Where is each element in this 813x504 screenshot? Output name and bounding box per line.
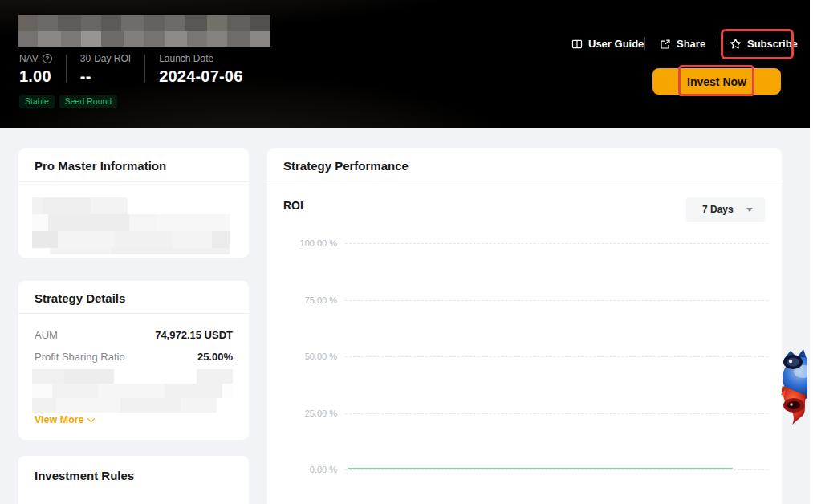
- stat-roi-value: --: [80, 67, 131, 86]
- gridline: [345, 413, 768, 414]
- redacted-block: [32, 369, 233, 384]
- investment-rules-card: Investment Rules: [18, 456, 249, 504]
- hero-badges: Stable Seed Round: [19, 95, 117, 108]
- redacted-block: [32, 398, 233, 413]
- aum-value: 74,972.15 USDT: [155, 329, 233, 341]
- ytick-label: 50.00 %: [283, 352, 345, 361]
- redacted-block: [18, 31, 270, 47]
- divider: [18, 313, 249, 314]
- ytick-label: 0.00 %: [283, 465, 345, 474]
- dropdown-arrow-icon: [746, 208, 753, 212]
- divider: [144, 55, 145, 83]
- divider: [267, 181, 782, 181]
- investment-rules-title: Investment Rules: [35, 469, 134, 482]
- view-more-label: View More: [35, 414, 84, 425]
- redacted-block: [32, 384, 233, 398]
- roi-chart-label: ROI: [283, 199, 303, 212]
- detail-row-profit-sharing: Profit Sharing Ratio 25.00%: [35, 351, 233, 363]
- gridline-row: 50.00 %: [283, 351, 768, 362]
- redacted-block: [32, 214, 230, 231]
- ytick-label: 100.00 %: [283, 238, 345, 248]
- stat-roi-label: 30-Day ROI: [80, 53, 131, 64]
- divider: [66, 55, 67, 83]
- gridline-row: 100.00 %: [283, 238, 768, 249]
- strategy-details-redacted-content: [32, 369, 233, 413]
- subscribe-button[interactable]: Subscribe: [730, 38, 798, 50]
- mascot-character[interactable]: [779, 348, 807, 429]
- profit-sharing-label: Profit Sharing Ratio: [35, 351, 125, 363]
- help-icon[interactable]: ?: [43, 54, 52, 63]
- redacted-block: [32, 231, 230, 248]
- profit-sharing-value: 25.00%: [197, 351, 233, 363]
- hero-stats: NAV ? 1.00 30-Day ROI -- Launch Date 202…: [19, 53, 242, 86]
- book-icon: [571, 39, 583, 50]
- stat-nav: NAV ? 1.00: [19, 53, 52, 86]
- stat-launch-label: Launch Date: [159, 53, 213, 64]
- stat-launch-date: Launch Date 2024-07-06: [159, 53, 242, 86]
- share-icon: [660, 39, 671, 50]
- badge-stable: Stable: [19, 95, 55, 108]
- gridline-row: 0.00 %: [283, 464, 768, 475]
- content-area: Pro Master Information Strategy Details …: [0, 128, 810, 504]
- pro-master-redacted-content: [32, 197, 230, 254]
- star-icon: [730, 38, 742, 50]
- detail-row-aum: AUM 74,972.15 USDT: [35, 329, 233, 341]
- time-range-dropdown[interactable]: 7 Days: [686, 197, 765, 222]
- gridline-row: 75.00 %: [283, 295, 768, 306]
- redacted-block: [32, 197, 186, 214]
- gridline: [345, 356, 768, 357]
- hero-header: NAV ? 1.00 30-Day ROI -- Launch Date 202…: [0, 0, 810, 128]
- gridline: [345, 243, 768, 244]
- ytick-label: 75.00 %: [283, 295, 345, 305]
- stat-nav-value: 1.00: [19, 67, 52, 86]
- share-button[interactable]: Share: [660, 38, 705, 50]
- strategy-performance-title: Strategy Performance: [283, 159, 409, 173]
- invest-now-button[interactable]: Invest Now: [652, 68, 781, 95]
- stat-launch-value: 2024-07-06: [159, 67, 242, 86]
- divider: [18, 181, 249, 182]
- divider: [644, 37, 645, 50]
- user-guide-button[interactable]: User Guide: [571, 38, 644, 50]
- view-more-link[interactable]: View More: [35, 414, 94, 425]
- strategy-details-card: Strategy Details AUM 74,972.15 USDT Prof…: [18, 281, 249, 440]
- time-range-value: 7 Days: [702, 204, 746, 215]
- strategy-title-redacted: [18, 15, 270, 47]
- aum-label: AUM: [35, 329, 58, 341]
- ytick-label: 25.00 %: [283, 408, 345, 418]
- pro-master-information-card: Pro Master Information: [18, 148, 249, 258]
- subscribe-label: Subscribe: [747, 38, 798, 50]
- redacted-block: [32, 248, 230, 254]
- divider: [713, 37, 713, 50]
- gridline-row: 25.00 %: [283, 408, 768, 419]
- badge-seed-round: Seed Round: [59, 95, 117, 108]
- roi-series-line: [348, 468, 733, 469]
- strategy-performance-card: Strategy Performance ROI 7 Days 100.00 %…: [267, 148, 782, 504]
- share-label: Share: [677, 38, 705, 50]
- stat-30d-roi: 30-Day ROI --: [80, 53, 131, 86]
- mascot-image: [779, 348, 807, 429]
- redacted-block: [18, 15, 270, 31]
- page: NAV ? 1.00 30-Day ROI -- Launch Date 202…: [0, 0, 810, 504]
- stat-nav-label: NAV: [19, 53, 39, 64]
- chevron-down-icon: [87, 415, 95, 423]
- pro-master-title: Pro Master Information: [35, 159, 166, 173]
- strategy-details-title: Strategy Details: [35, 291, 125, 305]
- gridline: [345, 300, 768, 301]
- user-guide-label: User Guide: [588, 38, 644, 50]
